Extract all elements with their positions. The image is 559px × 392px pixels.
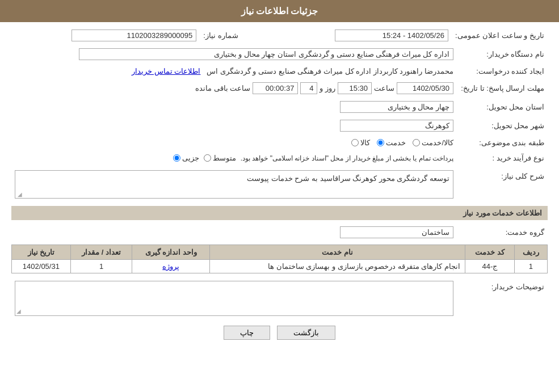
announcement-date-box: 1402/05/26 - 15:24 bbox=[335, 29, 448, 41]
col-header-name: نام خدمت bbox=[210, 245, 465, 260]
group-label: گروه خدمت: bbox=[457, 225, 548, 240]
resize-handle: ◢ bbox=[16, 191, 22, 197]
city-label: شهر محل تحویل: bbox=[457, 118, 548, 133]
summary-value: توسعه گردشگری محور کوهرنگ سراقاسید به شر… bbox=[247, 174, 449, 183]
table-row: 1 ج-44 انجام کارهای متفرقه درخصوص بازساز… bbox=[12, 260, 548, 273]
category-label: طبقه بندی موضوعی: bbox=[457, 137, 548, 149]
buyer-notes-box: ◢ bbox=[15, 281, 453, 316]
buyer-org-value: اداره کل میراث فرهنگی صنایع دستی و گردشگ… bbox=[79, 48, 453, 60]
deadline-time-label: ساعت bbox=[374, 84, 394, 92]
deadline-date: 1402/05/30 bbox=[397, 82, 453, 94]
creator-value: محمدرضا راهنورد کاربرداز اداره کل میراث … bbox=[207, 67, 453, 75]
back-button[interactable]: بازگشت bbox=[277, 326, 335, 340]
print-button[interactable]: چاپ bbox=[224, 326, 270, 340]
process-note: پرداخت تمام یا بخشی از مبلغ خریدار از مح… bbox=[241, 154, 453, 162]
deadline-remain: ساعت باقی مانده bbox=[195, 84, 250, 92]
deadline-time: 15:30 bbox=[338, 82, 372, 94]
city-value: کوهرنگ bbox=[340, 120, 453, 132]
page-header: جزئیات اطلاعات نیاز bbox=[0, 0, 559, 22]
announcement-value: 1402/05/26 - 15:24 bbox=[279, 28, 452, 43]
summary-box: توسعه گردشگری محور کوهرنگ سراقاسید به شر… bbox=[15, 170, 453, 199]
deadline-days-label: روز و bbox=[320, 84, 335, 92]
process-option-motavasset[interactable]: متوسط bbox=[204, 154, 236, 162]
services-table: ردیف کد خدمت نام خدمت واحد اندازه گیری ت… bbox=[11, 245, 548, 273]
col-header-code: کد خدمت bbox=[465, 245, 515, 260]
page-title: جزئیات اطلاعات نیاز bbox=[241, 6, 318, 16]
buyer-notes-label: توضیحات خریدار: bbox=[457, 279, 548, 318]
announcement-label: تاریخ و ساعت اعلان عمومی: bbox=[452, 28, 548, 43]
province-label: استان محل تحویل: bbox=[457, 99, 548, 115]
process-label: نوع فرآیند خرید : bbox=[457, 152, 548, 164]
services-section-title: اطلاعات خدمات مورد نیاز bbox=[11, 206, 548, 220]
cell-date: 1402/05/31 bbox=[12, 260, 71, 273]
category-option-kala-khedmat[interactable]: کالا/خدمت bbox=[413, 138, 453, 147]
category-option-khedmat[interactable]: خدمت bbox=[377, 138, 406, 147]
cell-code: ج-44 bbox=[465, 260, 515, 273]
summary-label: شرح کلی نیاز: bbox=[457, 168, 548, 200]
need-number-box: 1102003289000095 bbox=[72, 29, 196, 41]
category-radio-group: کالا/خدمت خدمت کالا bbox=[15, 138, 453, 147]
cell-row: 1 bbox=[514, 260, 547, 273]
buyer-notes-resize: ◢ bbox=[16, 308, 21, 314]
process-type-row: پرداخت تمام یا بخشی از مبلغ خریدار از مح… bbox=[15, 154, 453, 162]
deadline-label: مهلت ارسال پاسخ: تا تاریخ: bbox=[457, 81, 548, 96]
province-value: چهار محال و بختیاری bbox=[340, 101, 453, 113]
col-header-unit: واحد اندازه گیری bbox=[132, 245, 210, 260]
contact-link[interactable]: اطلاعات تماس خریدار bbox=[132, 67, 200, 75]
buyer-org-label: نام دستگاه خریدار: bbox=[457, 47, 548, 62]
creator-label: ایجاد کننده درخواست: bbox=[457, 65, 548, 77]
col-header-row: ردیف bbox=[514, 245, 547, 260]
cell-name: انجام کارهای متفرقه درخصوص بازسازی و بهس… bbox=[210, 260, 465, 273]
cell-count: 1 bbox=[70, 260, 132, 273]
process-option-jozei[interactable]: جزیی bbox=[173, 154, 199, 162]
col-header-count: تعداد / مقدار bbox=[70, 245, 132, 260]
col-header-date: تاریخ نیاز bbox=[12, 245, 71, 260]
deadline-days: 4 bbox=[300, 82, 317, 94]
group-value: ساختمان bbox=[340, 226, 453, 238]
need-number-label: شماره نیاز: bbox=[200, 28, 257, 43]
services-table-area: ردیف کد خدمت نام خدمت واحد اندازه گیری ت… bbox=[11, 245, 548, 273]
button-row: بازگشت چاپ bbox=[11, 326, 548, 340]
buyer-notes-value bbox=[15, 281, 453, 315]
deadline-counter: 00:00:37 bbox=[253, 82, 298, 94]
cell-unit: پروژه bbox=[132, 260, 210, 273]
category-option-kala[interactable]: کالا bbox=[351, 138, 370, 147]
